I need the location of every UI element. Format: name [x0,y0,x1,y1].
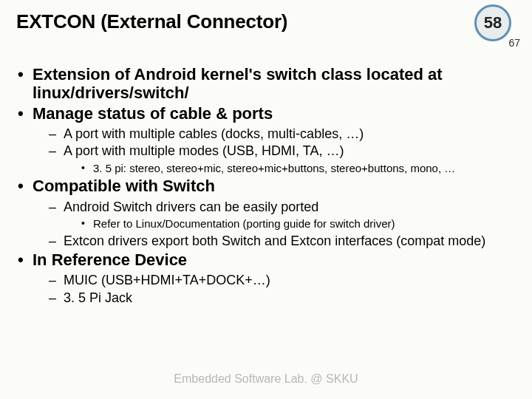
bullet-text: Extcon drivers export both Switch and Ex… [64,233,485,248]
bullet-l1: Extension of Android kernel's switch cla… [16,65,516,103]
bullet-l3: 3. 5 pi: stereo, stereo+mic, stereo+mic+… [81,161,516,176]
bullet-l2: MUIC (USB+HDMI+TA+DOCK+…) [49,272,516,289]
bullet-l2: A port with multiple cables (docks, mult… [49,126,516,143]
bullet-l1: Compatible with Switch Android Switch dr… [16,177,516,249]
bullet-text: MUIC (USB+HDMI+TA+DOCK+…) [64,273,270,287]
bullet-text: Manage status of cable & ports [33,104,273,123]
slide-content: Extension of Android kernel's switch cla… [16,65,516,307]
bullet-text: 3. 5 Pi Jack [64,290,132,305]
slide: EXTCON (External Connector) 58 67 Extens… [0,0,532,399]
bullet-text: Extension of Android kernel's switch cla… [33,65,443,102]
bullet-l1: In Reference Device MUIC (USB+HDMI+TA+DO… [16,250,516,306]
bullet-l2: A port with multiple modes (USB, HDMI, T… [49,143,516,175]
bullet-text: A port with multiple cables (docks, mult… [64,126,364,141]
bullet-text: A port with multiple modes (USB, HDMI, T… [64,143,344,158]
bullet-text: Compatible with Switch [33,177,215,195]
slide-number-sub: 67 [508,37,520,49]
slide-title: EXTCON (External Connector) [16,10,287,33]
slide-footer: Embedded Software Lab. @ SKKU [0,372,532,386]
slide-number-badge: 58 67 [474,4,511,41]
bullet-l2: Extcon drivers export both Switch and Ex… [49,233,516,250]
bullet-l2: Android Switch drivers can be easily por… [49,199,516,231]
bullet-l2: 3. 5 Pi Jack [49,290,516,307]
slide-number-main: 58 [474,4,511,41]
bullet-l1: Manage status of cable & ports A port wi… [16,104,516,176]
bullet-text: Android Switch drivers can be easily por… [64,200,318,214]
bullet-l3: Refer to Linux/Documentation (porting gu… [81,216,516,231]
bullet-text: Refer to Linux/Documentation (porting gu… [93,217,395,230]
bullet-text: In Reference Device [33,250,187,269]
bullet-text: 3. 5 pi: stereo, stereo+mic, stereo+mic+… [93,162,455,174]
